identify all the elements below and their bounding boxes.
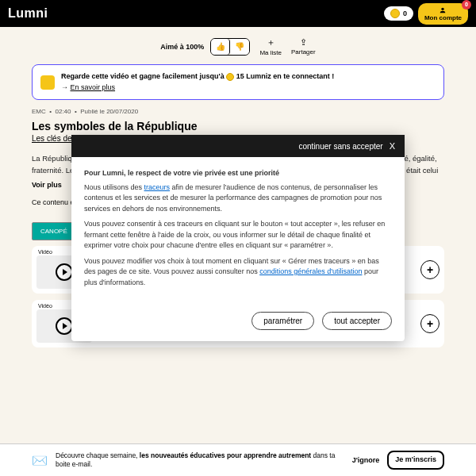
video-meta: EMC • 02:40 • Publié le 20/07/2020 — [32, 108, 444, 115]
configure-button[interactable]: paramétrer — [251, 312, 314, 330]
thumbs-up-button[interactable]: 👍 — [211, 39, 230, 55]
promo-banner: Regarde cette vidéo et gagne facilement … — [32, 64, 444, 100]
video-tag: Vidéo — [38, 303, 52, 309]
coin-count: 0 — [403, 10, 407, 17]
action-bar: Aimé à 100% 👍 👎 ＋Ma liste ⇪Partager — [32, 36, 444, 56]
trackers-link[interactable]: traceurs — [144, 183, 171, 191]
notification-badge: 0 — [462, 0, 471, 10]
ignore-button[interactable]: J'ignore — [352, 456, 380, 464]
newsletter-bar: ✉️ Découvre chaque semaine, les nouveaut… — [0, 443, 476, 476]
subscribe-button[interactable]: Je m'inscris — [387, 451, 444, 470]
mail-icon: ✉️ — [32, 453, 48, 468]
add-to-list-button[interactable]: ＋Ma liste — [259, 36, 282, 56]
consent-heading: Pour Lumni, le respect de votre vie priv… — [84, 168, 392, 179]
user-icon — [439, 6, 447, 14]
coin-icon — [226, 73, 234, 81]
video-tag: Vidéo — [38, 249, 52, 255]
add-button[interactable]: + — [420, 260, 440, 279]
promo-learn-more-link[interactable]: En savoir plus — [71, 83, 116, 91]
consent-actions: paramétrer tout accepter — [71, 304, 405, 341]
thumbs-down-button[interactable]: 👎 — [230, 39, 249, 55]
coin-icon — [390, 9, 400, 18]
rating-group: 👍 👎 — [210, 38, 250, 56]
liked-label: Aimé à 100% — [160, 43, 204, 51]
account-button[interactable]: 0 Mon compte — [418, 3, 468, 25]
promo-text: Regarde cette vidéo et gagne facilement … — [61, 71, 334, 93]
play-icon — [56, 317, 73, 335]
newsletter-text: Découvre chaque semaine, les nouveautés … — [56, 451, 344, 469]
lumniz-counter[interactable]: 0 — [384, 6, 413, 21]
consent-body: Pour Lumni, le respect de votre vie priv… — [71, 157, 405, 304]
consent-header: continuer sans accepter X — [71, 135, 405, 157]
terms-link[interactable]: conditions générales d'utilisation — [259, 267, 362, 275]
share-icon: ⇪ — [300, 37, 307, 48]
continue-without-accept-button[interactable]: continuer sans accepter — [298, 142, 382, 151]
consent-modal: continuer sans accepter X Pour Lumni, le… — [71, 135, 405, 341]
add-button[interactable]: + — [420, 314, 440, 333]
play-icon — [56, 263, 73, 281]
partner-logo[interactable]: CANOPÉ — [32, 222, 76, 240]
plus-icon: ＋ — [267, 36, 275, 48]
page-title: Les symboles de la République — [32, 120, 444, 132]
bell-icon — [40, 75, 55, 90]
header-right: 0 0 Mon compte — [384, 3, 468, 25]
account-label: Mon compte — [424, 14, 462, 21]
top-bar: Lumni 0 0 Mon compte — [0, 0, 476, 27]
share-button[interactable]: ⇪Partager — [291, 37, 316, 56]
svg-point-0 — [442, 7, 444, 10]
close-icon[interactable]: X — [390, 141, 395, 151]
logo[interactable]: Lumni — [8, 6, 48, 21]
see-more-button[interactable]: Voir plus — [32, 181, 62, 189]
accept-all-button[interactable]: tout accepter — [322, 312, 392, 330]
